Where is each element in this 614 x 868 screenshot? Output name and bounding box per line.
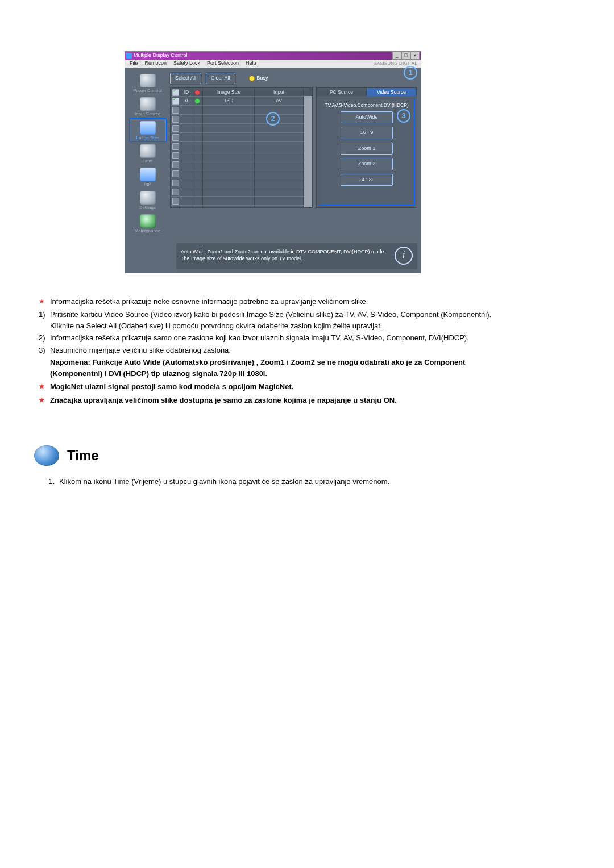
opt-16-9[interactable]: 16 : 9 (341, 127, 393, 139)
table-row[interactable] (171, 114, 304, 123)
row-checkbox[interactable] (172, 180, 179, 186)
col-id[interactable]: ID (181, 88, 192, 96)
cell-image-size (203, 142, 255, 151)
cell-info (192, 97, 203, 105)
menu-help[interactable]: Help (244, 60, 258, 68)
cell-input (255, 160, 304, 169)
sidebar: Power Control Input Source Image Size Ti… (125, 68, 170, 239)
cell-input (255, 151, 304, 160)
cell-input (255, 197, 304, 205)
clear-all-button[interactable]: Clear All (206, 73, 235, 84)
row-checkbox[interactable] (172, 152, 179, 159)
power-icon (140, 74, 156, 87)
cell-image-size (203, 160, 255, 169)
opt-4-3[interactable]: 4 : 3 (341, 174, 393, 186)
image-size-icon (140, 121, 156, 135)
table-row[interactable] (171, 169, 304, 178)
sidebar-item-power-control[interactable]: Power Control (130, 72, 166, 95)
table-row[interactable] (171, 151, 304, 160)
cell-image-size (203, 151, 255, 160)
panel-caption: TV,AV,S-Video,Component,DVI(HDCP) (325, 102, 408, 108)
opt-zoom2[interactable]: Zoom 2 (341, 158, 393, 170)
table-row[interactable]: 016:9AV (171, 96, 304, 105)
close-button[interactable]: × (410, 52, 420, 60)
row-checkbox[interactable] (172, 161, 179, 168)
table-scrollbar[interactable] (304, 96, 312, 207)
minimize-button[interactable]: _ (392, 52, 401, 60)
row-checkbox[interactable] (172, 143, 179, 150)
cell-input (255, 124, 304, 132)
titlebar: Multiple Display Control _ □ × (125, 52, 421, 60)
row-checkbox[interactable] (172, 116, 179, 123)
cell-input (255, 106, 304, 114)
cell-id (181, 151, 192, 160)
tab-pc-source[interactable]: PC Source (317, 88, 367, 96)
row-checkbox[interactable] (172, 189, 179, 195)
table-row[interactable] (171, 132, 304, 141)
row-checkbox[interactable] (172, 170, 179, 177)
cell-image-size (203, 169, 255, 178)
app-window: Multiple Display Control _ □ × File Remo… (125, 51, 421, 273)
document-body: Informacijska rešetka prikazuje neke osn… (34, 296, 512, 487)
opt-zoom1[interactable]: Zoom 1 (341, 143, 393, 155)
toolbar: Select All Clear All Busy (170, 72, 417, 87)
sidebar-item-settings[interactable]: Settings (130, 189, 166, 212)
table-row[interactable] (171, 105, 304, 114)
cell-info (192, 124, 203, 132)
menu-safety-lock[interactable]: Safety Lock (172, 60, 201, 68)
sidebar-item-time[interactable]: Time (130, 142, 166, 165)
menu-port-selection[interactable]: Port Selection (206, 60, 240, 68)
row-checkbox[interactable] (172, 207, 179, 207)
col-image-size[interactable]: Image Size (203, 88, 255, 96)
tab-video-source[interactable]: Video Source (367, 88, 417, 96)
sidebar-item-pip[interactable]: PIP (130, 165, 166, 189)
table-row[interactable] (171, 141, 304, 151)
status-ok-icon (194, 98, 200, 104)
star-item: MagicNet ulazni signal postoji samo kod … (39, 381, 512, 393)
footnote-bar: Auto Wide, Zoom1 and Zoom2 are not avail… (176, 243, 417, 269)
doc-item-2: 2) Informacijska rešetka prikazuje samo … (39, 332, 512, 344)
col-input[interactable]: Input (255, 88, 304, 96)
sidebar-item-input-source[interactable]: Input Source (130, 95, 166, 118)
sidebar-item-maintenance[interactable]: Maintenance (130, 212, 166, 235)
cell-image-size (203, 133, 255, 141)
cell-id (181, 106, 192, 114)
cell-id (181, 142, 192, 151)
cell-image-size: 16:9 (203, 97, 255, 105)
row-checkbox[interactable] (172, 125, 179, 132)
maximize-button[interactable]: □ (401, 52, 410, 60)
table-row[interactable] (171, 178, 304, 187)
footnote-line2: The Image size of AutoWide works only on… (181, 256, 390, 262)
cell-id (181, 133, 192, 141)
info-icon (194, 90, 200, 95)
header-checkbox[interactable] (172, 89, 179, 96)
row-checkbox[interactable] (172, 98, 179, 105)
menu-remocon[interactable]: Remocon (144, 60, 168, 68)
cell-info (192, 178, 203, 187)
star-item: Značajka upravljanja veličinom slike dos… (39, 395, 512, 406)
select-all-button[interactable]: Select All (170, 73, 201, 84)
table-row[interactable] (171, 187, 304, 196)
sidebar-item-image-size[interactable]: Image Size (129, 118, 167, 143)
opt-autowide[interactable]: AutoWide (341, 111, 393, 124)
row-checkbox[interactable] (172, 107, 179, 114)
table-row[interactable] (171, 205, 304, 207)
cell-info (192, 133, 203, 141)
cell-image-size (203, 206, 255, 207)
section-head: Time (34, 445, 512, 466)
col-check[interactable] (171, 88, 181, 96)
cell-id (181, 160, 192, 169)
star-item: Informacijska rešetka prikazuje neke osn… (39, 296, 512, 307)
table-row[interactable] (171, 160, 304, 169)
menu-file[interactable]: File (128, 60, 139, 68)
time-icon (140, 144, 156, 158)
table-row[interactable] (171, 196, 304, 205)
doc-item-3: 3) Nasumično mijenjajte veličinu slike o… (39, 345, 512, 356)
display-table: ID Image Size Input 016:9AV (170, 87, 313, 208)
content: Select All Clear All Busy (170, 68, 421, 239)
table-row[interactable] (171, 123, 304, 132)
row-checkbox[interactable] (172, 134, 179, 141)
row-checkbox[interactable] (172, 198, 179, 205)
cell-input (255, 142, 304, 151)
col-info[interactable] (192, 88, 203, 96)
